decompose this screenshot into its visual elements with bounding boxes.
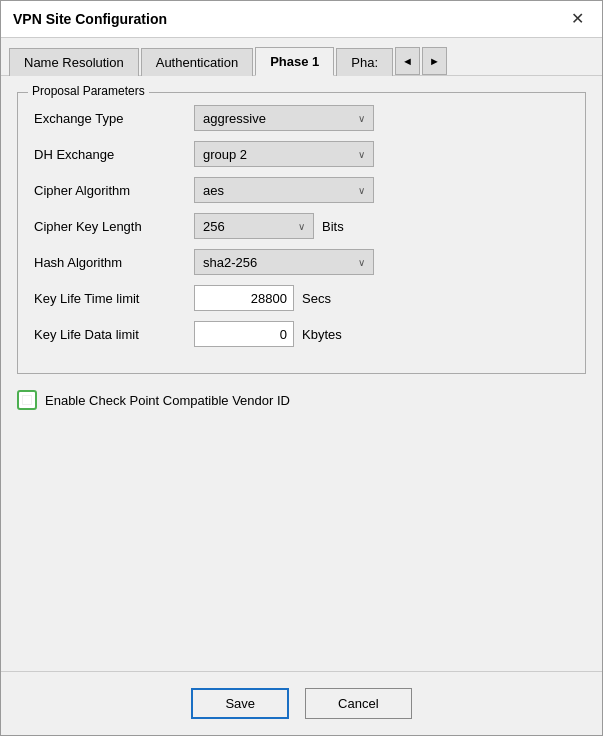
vendor-id-label: Enable Check Point Compatible Vendor ID: [45, 393, 290, 408]
tab-name-resolution[interactable]: Name Resolution: [9, 48, 139, 76]
dh-exchange-value: group 2: [203, 147, 247, 162]
exchange-type-arrow: ∨: [358, 113, 365, 124]
dialog-title: VPN Site Configuration: [13, 11, 167, 27]
tab-next-button[interactable]: ►: [422, 47, 447, 75]
key-life-time-input[interactable]: [194, 285, 294, 311]
cipher-key-length-unit: Bits: [322, 219, 344, 234]
cipher-algorithm-row: Cipher Algorithm aes ∨: [34, 177, 569, 203]
cipher-algorithm-dropdown[interactable]: aes ∨: [194, 177, 374, 203]
cipher-algorithm-arrow: ∨: [358, 185, 365, 196]
tabs-row: Name Resolution Authentication Phase 1 P…: [1, 38, 602, 76]
save-button[interactable]: Save: [191, 688, 289, 719]
content-area: Proposal Parameters Exchange Type aggres…: [1, 76, 602, 671]
hash-algorithm-control: sha2-256 ∨: [194, 249, 569, 275]
footer: Save Cancel: [1, 671, 602, 735]
exchange-type-value: aggressive: [203, 111, 266, 126]
tab-authentication[interactable]: Authentication: [141, 48, 253, 76]
checkbox-inner: [22, 395, 32, 405]
cipher-key-length-row: Cipher Key Length 256 ∨ Bits: [34, 213, 569, 239]
key-life-time-unit: Secs: [302, 291, 331, 306]
dialog: VPN Site Configuration ✕ Name Resolution…: [0, 0, 603, 736]
group-box-label: Proposal Parameters: [28, 84, 149, 98]
tab-prev-button[interactable]: ◄: [395, 47, 420, 75]
cipher-key-length-label: Cipher Key Length: [34, 219, 194, 234]
exchange-type-row: Exchange Type aggressive ∨: [34, 105, 569, 131]
cipher-algorithm-label: Cipher Algorithm: [34, 183, 194, 198]
cipher-key-length-dropdown[interactable]: 256 ∨: [194, 213, 314, 239]
key-life-data-unit: Kbytes: [302, 327, 342, 342]
hash-algorithm-arrow: ∨: [358, 257, 365, 268]
hash-algorithm-dropdown[interactable]: sha2-256 ∨: [194, 249, 374, 275]
vendor-id-checkbox[interactable]: [17, 390, 37, 410]
exchange-type-dropdown[interactable]: aggressive ∨: [194, 105, 374, 131]
hash-algorithm-value: sha2-256: [203, 255, 257, 270]
close-button[interactable]: ✕: [565, 9, 590, 29]
key-life-time-control: Secs: [194, 285, 569, 311]
dh-exchange-dropdown[interactable]: group 2 ∨: [194, 141, 374, 167]
hash-algorithm-label: Hash Algorithm: [34, 255, 194, 270]
dh-exchange-control: group 2 ∨: [194, 141, 569, 167]
cipher-algorithm-value: aes: [203, 183, 224, 198]
cipher-key-length-arrow: ∨: [298, 221, 305, 232]
key-life-time-row: Key Life Time limit Secs: [34, 285, 569, 311]
checkbox-row: Enable Check Point Compatible Vendor ID: [17, 390, 586, 410]
key-life-data-row: Key Life Data limit Kbytes: [34, 321, 569, 347]
dh-exchange-label: DH Exchange: [34, 147, 194, 162]
dh-exchange-row: DH Exchange group 2 ∨: [34, 141, 569, 167]
key-life-data-control: Kbytes: [194, 321, 569, 347]
exchange-type-control: aggressive ∨: [194, 105, 569, 131]
dh-exchange-arrow: ∨: [358, 149, 365, 160]
key-life-data-input[interactable]: [194, 321, 294, 347]
title-bar: VPN Site Configuration ✕: [1, 1, 602, 38]
key-life-time-label: Key Life Time limit: [34, 291, 194, 306]
proposal-parameters-group: Proposal Parameters Exchange Type aggres…: [17, 92, 586, 374]
cipher-algorithm-control: aes ∨: [194, 177, 569, 203]
tab-phase2[interactable]: Pha:: [336, 48, 393, 76]
cipher-key-length-control: 256 ∨ Bits: [194, 213, 569, 239]
cipher-key-length-value: 256: [203, 219, 225, 234]
tab-phase1[interactable]: Phase 1: [255, 47, 334, 76]
exchange-type-label: Exchange Type: [34, 111, 194, 126]
key-life-data-label: Key Life Data limit: [34, 327, 194, 342]
cancel-button[interactable]: Cancel: [305, 688, 411, 719]
hash-algorithm-row: Hash Algorithm sha2-256 ∨: [34, 249, 569, 275]
